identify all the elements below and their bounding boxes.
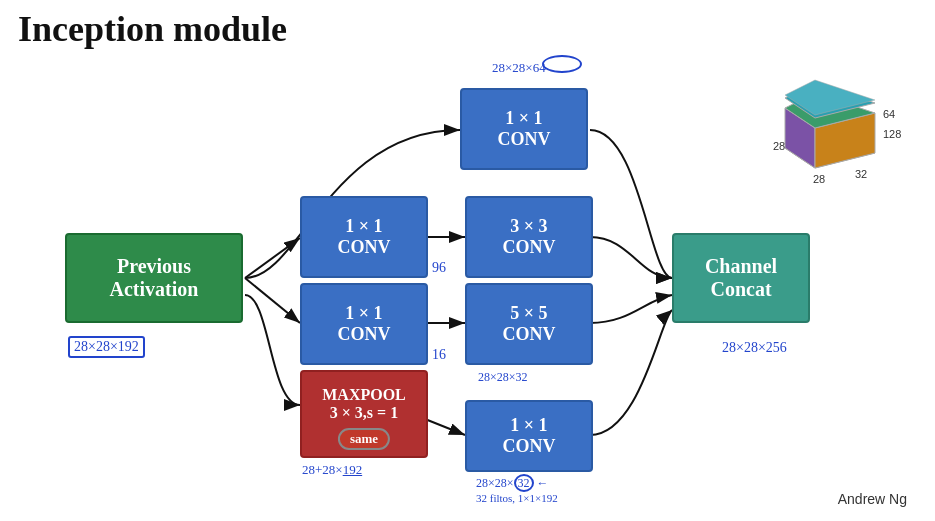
bot-in-dim-annotation: 28+28×192 (302, 462, 362, 478)
mid2-out-dim-annotation: 28×28×32 (478, 370, 528, 385)
prev-activation-box: Previous Activation (65, 233, 243, 323)
attribution: Andrew Ng (838, 491, 907, 507)
conv1x1-top-box: 1 × 1CONV (460, 88, 588, 170)
conv1x1-mid1-box: 1 × 1CONV (300, 196, 428, 278)
svg-text:128: 128 (883, 128, 901, 140)
svg-text:64: 64 (883, 108, 895, 120)
page-title: Inception module (18, 8, 287, 50)
conv1x1-mid1-label: 1 × 1CONV (338, 216, 391, 258)
3d-cube-illustration: 64 128 32 28 28 (765, 58, 905, 188)
mid2-dim-annotation: 16 (432, 347, 446, 363)
prev-dim-annotation: 28×28×192 (68, 336, 145, 358)
maxpool-label: MAXPOOL3 × 3,s = 1 (322, 386, 406, 422)
conv1x1-mid2-box: 1 × 1CONV (300, 283, 428, 365)
maxpool-box: MAXPOOL3 × 3,s = 1 same (300, 370, 428, 458)
svg-text:28: 28 (813, 173, 825, 185)
conv1x1-mid2-label: 1 × 1CONV (338, 303, 391, 345)
conv5x5-label: 5 × 5CONV (503, 303, 556, 345)
mid1-dim-annotation: 96 (432, 260, 446, 276)
conv5x5-box: 5 × 5CONV (465, 283, 593, 365)
conv3x3-box: 3 × 3CONV (465, 196, 593, 278)
prev-activation-label: Previous Activation (110, 255, 199, 301)
conv3x3-label: 3 × 3CONV (503, 216, 556, 258)
channel-concat-label: ChannelConcat (705, 255, 777, 301)
conv1x1-bot-box: 1 × 1CONV (465, 400, 593, 472)
conv1x1-top-label: 1 × 1CONV (498, 108, 551, 150)
conv1x1-bot-label: 1 × 1CONV (503, 415, 556, 457)
concat-out-annotation: 28×28×256 (722, 340, 787, 356)
same-badge: same (338, 428, 390, 450)
bot-out-dim-annotation: 28×28×32 ← (476, 476, 549, 491)
channel-concat-box: ChannelConcat (672, 233, 810, 323)
svg-text:28: 28 (773, 140, 785, 152)
bot-note-annotation: 32 filtos, 1×1×192 (476, 492, 558, 504)
top-dim-annotation: 28×28×64 (492, 60, 546, 76)
svg-text:32: 32 (855, 168, 867, 180)
